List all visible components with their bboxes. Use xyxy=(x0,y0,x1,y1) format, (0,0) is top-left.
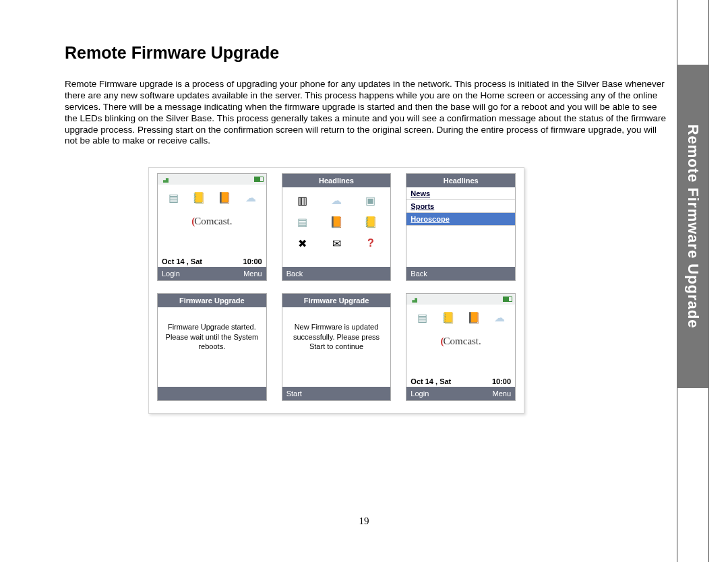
message-text: New Firmware is updated successfully. Pl… xyxy=(282,307,391,351)
list-item[interactable]: News xyxy=(406,187,515,200)
status-bar xyxy=(158,174,266,185)
list-item[interactable]: Sports xyxy=(406,200,515,213)
screen-headlines-grid: Headlines ▥ ☁ ▣ ▤ 📙 📒 ✖ ✉ xyxy=(282,173,392,281)
message-text: Firmware Upgrade started. Please wait un… xyxy=(158,307,266,351)
screen-headlines-list: Headlines News Sports Horoscope Back xyxy=(406,173,516,281)
book-orange-icon: 📙 xyxy=(328,213,345,230)
page-icon: ▣ xyxy=(362,191,380,209)
signal-icon xyxy=(160,176,169,183)
screen-title: Headlines xyxy=(282,174,391,187)
battery-icon xyxy=(254,177,264,182)
page-number: 19 xyxy=(0,516,728,527)
screen-title: Firmware Upgrade xyxy=(158,294,266,307)
screen-title: Headlines xyxy=(406,174,515,187)
doc-icon: ▤ xyxy=(164,189,182,206)
book-yellow-icon: 📒 xyxy=(190,189,208,206)
cloud-icon: ☁ xyxy=(491,309,508,326)
tools-icon: ✖ xyxy=(293,235,311,252)
softkey-left[interactable]: Back xyxy=(286,270,303,278)
brand-logo: Comcast. xyxy=(406,336,515,347)
book-yellow-icon: 📒 xyxy=(362,213,380,230)
time-label: 10:00 xyxy=(492,377,511,385)
date-label: Oct 14 , Sat xyxy=(162,257,202,266)
screen-home-2: ▤ 📒 📙 ☁ Comcast. Oct 14 , Sat 10:00 Logi… xyxy=(406,293,516,401)
status-bar xyxy=(406,294,515,305)
side-tab: Remote Firmware Upgrade xyxy=(677,65,709,388)
book-orange-icon: 📙 xyxy=(216,189,233,206)
body-paragraph: Remote Firmware upgrade is a process of … xyxy=(65,79,667,147)
side-tab-label: Remote Firmware Upgrade xyxy=(684,125,702,329)
book-yellow-icon: 📒 xyxy=(439,309,457,326)
battery-icon xyxy=(503,296,512,302)
cloud-icon: ☁ xyxy=(328,191,345,209)
softkey-left[interactable]: Start xyxy=(286,389,302,398)
screenshot-composite: ▤ 📒 📙 ☁ Comcast. Oct 14 , Sat 10:00 Logi… xyxy=(148,167,524,414)
screen-fw-started: Firmware Upgrade Firmware Upgrade starte… xyxy=(157,293,267,401)
softkey-left[interactable]: Login xyxy=(162,270,180,278)
doc-icon: ▤ xyxy=(293,213,311,230)
softkey-right[interactable]: Menu xyxy=(492,389,511,398)
date-label: Oct 14 , Sat xyxy=(411,377,451,385)
softkey-left[interactable]: Back xyxy=(411,270,427,278)
book-orange-icon: 📙 xyxy=(465,309,483,326)
news-icon: ▥ xyxy=(293,191,311,209)
softkey-right[interactable]: Menu xyxy=(243,270,262,278)
doc-icon: ▤ xyxy=(413,309,431,326)
mail-icon: ✉ xyxy=(328,235,345,252)
time-label: 10:00 xyxy=(243,257,262,266)
screen-title: Firmware Upgrade xyxy=(282,294,391,307)
page-title: Remote Firmware Upgrade xyxy=(65,43,667,63)
help-icon: ? xyxy=(362,235,380,252)
screen-home-1: ▤ 📒 📙 ☁ Comcast. Oct 14 , Sat 10:00 Logi… xyxy=(157,173,267,281)
screen-fw-done: Firmware Upgrade New Firmware is updated… xyxy=(282,293,392,401)
signal-icon xyxy=(409,296,417,303)
cloud-icon: ☁ xyxy=(242,189,260,206)
list-item-selected[interactable]: Horoscope xyxy=(406,213,515,226)
softkey-left[interactable]: Login xyxy=(411,389,429,398)
brand-logo: Comcast. xyxy=(158,216,266,227)
